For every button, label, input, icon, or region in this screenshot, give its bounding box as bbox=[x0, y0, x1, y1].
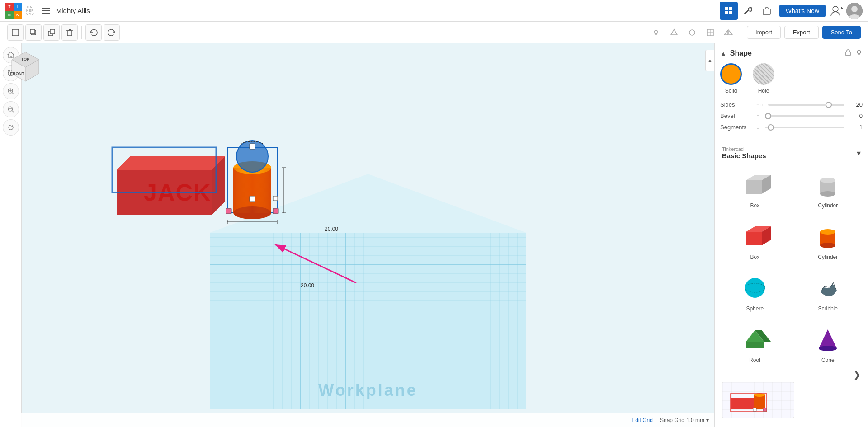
svg-point-8 bbox=[833, 6, 838, 12]
svg-point-93 bbox=[745, 278, 765, 298]
app-name: Mighty Allis bbox=[56, 7, 90, 14]
solid-circle bbox=[720, 63, 742, 85]
svg-point-86 bbox=[820, 191, 835, 197]
shape2d-icon[interactable] bbox=[667, 25, 681, 40]
sides-slider[interactable] bbox=[768, 104, 844, 106]
svg-point-99 bbox=[819, 346, 837, 351]
shape-item-box-red[interactable]: Box bbox=[720, 216, 790, 264]
avatar bbox=[846, 3, 863, 19]
lock-icon[interactable] bbox=[844, 49, 852, 58]
shape-item-cylinder-orange[interactable]: Cylinder bbox=[793, 216, 863, 264]
segments-slider-handle[interactable] bbox=[768, 124, 774, 131]
shape-label-cone: Cone bbox=[821, 357, 835, 363]
grid-view-btn[interactable] bbox=[720, 2, 738, 20]
shape-item-scribble[interactable]: Scribble bbox=[793, 268, 863, 316]
svg-text:20.00: 20.00 bbox=[301, 282, 314, 289]
library-next-btn[interactable]: ❯ bbox=[853, 369, 861, 380]
zoom-out-btn[interactable] bbox=[3, 101, 19, 117]
whats-new-button[interactable]: What's New bbox=[779, 5, 826, 17]
segments-circle-icon: ○ bbox=[756, 124, 760, 131]
reset-view-btn[interactable] bbox=[3, 119, 19, 136]
bevel-slider-handle[interactable] bbox=[765, 113, 771, 119]
svg-text:20.00: 20.00 bbox=[325, 226, 338, 232]
bevel-label: Bevel bbox=[720, 113, 756, 119]
light-icon[interactable] bbox=[855, 49, 863, 58]
export-btn[interactable]: Export bbox=[784, 26, 819, 39]
delete-btn[interactable] bbox=[61, 24, 78, 41]
svg-text:FRONT: FRONT bbox=[10, 71, 24, 76]
svg-rect-14 bbox=[12, 29, 19, 36]
segments-slider[interactable] bbox=[765, 127, 844, 128]
wrench-btn[interactable] bbox=[739, 2, 757, 20]
import-btn[interactable]: Import bbox=[747, 26, 781, 39]
svg-rect-76 bbox=[846, 52, 850, 56]
briefcase-btn[interactable] bbox=[758, 2, 776, 20]
mirror-icon[interactable] bbox=[721, 25, 736, 40]
sides-minus-icon[interactable]: −○ bbox=[756, 102, 763, 108]
library-expand-btn[interactable]: ▾ bbox=[857, 148, 861, 158]
grid-icon[interactable] bbox=[703, 25, 717, 40]
shape-item-roof[interactable]: Roof bbox=[720, 319, 790, 367]
library-header: Tinkercad Basic Shapes ▾ bbox=[718, 145, 864, 163]
shape3d-icon[interactable] bbox=[685, 25, 699, 40]
solid-option[interactable]: Solid bbox=[720, 63, 742, 94]
svg-marker-50 bbox=[117, 156, 225, 170]
shape-panel-title: Shape bbox=[730, 49, 752, 57]
new-design-btn[interactable] bbox=[7, 24, 24, 41]
bevel-circle-icon: ○ bbox=[756, 113, 760, 119]
bevel-slider[interactable] bbox=[765, 115, 844, 117]
shape-item-cone[interactable]: Cone bbox=[793, 319, 863, 367]
svg-marker-32 bbox=[729, 30, 732, 35]
separator-1 bbox=[81, 26, 82, 39]
right-panel: ▲ Shape Solid bbox=[714, 43, 868, 427]
hole-label: Hole bbox=[758, 88, 769, 94]
svg-rect-0 bbox=[42, 8, 50, 9]
shape-thumb-cone bbox=[810, 324, 846, 355]
shape-thumb-roof bbox=[737, 324, 773, 355]
redo-btn[interactable] bbox=[104, 24, 120, 41]
shape-panel-header: ▲ Shape bbox=[720, 49, 863, 58]
shape-item-box-gray[interactable]: Box bbox=[720, 165, 790, 213]
mini-thumbnail[interactable]: Round Roof bbox=[722, 382, 794, 418]
segments-value: 1 bbox=[848, 124, 863, 131]
svg-rect-6 bbox=[729, 11, 732, 14]
snap-grid-label: Snap Grid bbox=[660, 417, 684, 423]
send-to-btn[interactable]: Send To bbox=[822, 26, 861, 39]
bulb-icon[interactable] bbox=[649, 25, 663, 40]
svg-rect-65 bbox=[273, 196, 278, 201]
snap-grid-selector[interactable]: Snap Grid 1.0 mm ▾ bbox=[660, 417, 709, 423]
hole-option[interactable]: Hole bbox=[753, 63, 774, 94]
tinkercad-logo[interactable]: T I N K bbox=[5, 3, 22, 19]
bottom-bar: Edit Grid Snap Grid 1.0 mm ▾ bbox=[0, 413, 714, 427]
separator-2 bbox=[741, 26, 741, 39]
svg-marker-97 bbox=[746, 342, 764, 348]
panel-collapse-btn[interactable]: ▲ bbox=[705, 50, 714, 71]
snap-dropdown-icon[interactable]: ▾ bbox=[706, 417, 709, 423]
add-user-icon bbox=[829, 4, 844, 18]
shape-item-sphere[interactable]: Sphere bbox=[720, 268, 790, 316]
segments-label: Segments bbox=[720, 124, 756, 131]
hamburger-icon[interactable] bbox=[42, 6, 51, 15]
svg-point-12 bbox=[851, 6, 858, 12]
duplicate-btn[interactable] bbox=[43, 24, 60, 41]
svg-point-22 bbox=[654, 30, 658, 34]
copy-btn[interactable] bbox=[25, 24, 42, 41]
shape-thumb-box-gray bbox=[737, 169, 773, 201]
shape-item-cylinder-gray[interactable]: Cylinder bbox=[793, 165, 863, 213]
shape-thumb-sphere bbox=[737, 272, 773, 304]
edit-grid-btn[interactable]: Edit Grid bbox=[632, 417, 653, 423]
library-name: Basic Shapes bbox=[722, 152, 766, 160]
topbar: T I N K TINKERCAD Mighty Allis What's Ne… bbox=[0, 0, 868, 22]
user-profile[interactable] bbox=[829, 3, 863, 19]
sides-slider-handle[interactable] bbox=[826, 102, 832, 108]
svg-point-27 bbox=[689, 30, 695, 35]
shape-label-sphere: Sphere bbox=[746, 305, 764, 312]
undo-btn[interactable] bbox=[85, 24, 102, 41]
svg-rect-62 bbox=[250, 196, 255, 202]
svg-marker-81 bbox=[746, 180, 762, 194]
shape-label-roof: Roof bbox=[749, 357, 760, 363]
svg-rect-103 bbox=[754, 395, 765, 409]
canvas-area[interactable]: Workplane JACK bbox=[22, 43, 714, 427]
view-cube[interactable]: TOP FRONT bbox=[7, 50, 43, 86]
shape-label-scribble: Scribble bbox=[818, 305, 838, 312]
